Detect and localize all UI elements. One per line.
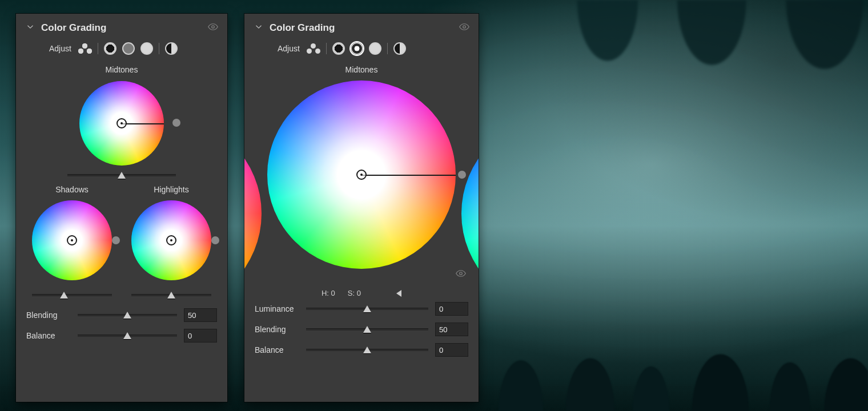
panel-title: Color Grading: [270, 22, 335, 34]
svg-point-0: [212, 26, 215, 29]
balance-label: Balance: [255, 345, 299, 354]
adjust-label: Adjust: [49, 44, 71, 53]
blending-slider[interactable]: [78, 311, 177, 319]
midtones-label: Midtones: [244, 65, 479, 74]
chevron-down-icon[interactable]: [254, 22, 264, 34]
blending-row: Blending 50: [244, 319, 479, 340]
collapse-arrow-icon[interactable]: [396, 290, 401, 297]
hue-sat-readout: H: 0 S: 0: [244, 289, 479, 297]
midtones-mode-button[interactable]: [122, 42, 135, 55]
luminance-value[interactable]: 0: [435, 302, 468, 316]
midtones-mode-button[interactable]: [351, 42, 363, 55]
wheel-indicator-line: [122, 123, 164, 124]
balance-label: Balance: [26, 331, 71, 340]
hue-rotation-handle[interactable]: [112, 236, 120, 244]
highlights-label: Highlights: [154, 185, 188, 194]
adjust-label: Adjust: [278, 44, 300, 53]
shadows-color-wheel[interactable]: [32, 200, 112, 280]
midtones-color-wheel[interactable]: [79, 81, 164, 166]
three-way-icon[interactable]: [78, 43, 92, 54]
highlights-luminance-slider[interactable]: [131, 291, 211, 299]
luminance-slider[interactable]: [306, 305, 428, 313]
hue-rotation-handle[interactable]: [211, 236, 219, 244]
eye-icon[interactable]: [459, 22, 469, 34]
color-grading-panel-three-way: Color Grading Adjust Midtones Shadows Hi…: [16, 14, 227, 402]
midtones-color-wheel[interactable]: [267, 80, 456, 269]
hue-rotation-handle[interactable]: [458, 171, 466, 179]
shadows-mode-button[interactable]: [332, 42, 345, 55]
separator: [387, 43, 388, 54]
blending-slider[interactable]: [306, 325, 428, 333]
balance-row: Balance 0: [244, 340, 479, 360]
balance-slider[interactable]: [306, 346, 428, 354]
luminance-label: Luminance: [255, 304, 299, 313]
color-grading-panel-single: Color Grading Adjust Midtones H: 0 S: 0 …: [244, 14, 479, 402]
separator: [159, 43, 159, 54]
chevron-down-icon[interactable]: [25, 22, 35, 34]
wheel-center-handle[interactable]: [166, 235, 176, 245]
blending-row: Blending 50: [16, 305, 227, 325]
wheel-center-handle[interactable]: [116, 118, 127, 128]
luminance-row: Luminance 0: [244, 299, 479, 319]
shadows-luminance-slider[interactable]: [32, 291, 112, 299]
midtones-luminance-slider[interactable]: [67, 171, 176, 179]
balance-value[interactable]: 0: [184, 329, 217, 342]
sat-label: S:: [348, 289, 355, 297]
global-mode-button[interactable]: [393, 42, 406, 55]
shadows-label: Shadows: [55, 185, 89, 194]
hue-value[interactable]: 0: [331, 289, 335, 297]
eye-icon[interactable]: [456, 268, 466, 281]
balance-value[interactable]: 0: [435, 343, 468, 357]
svg-point-2: [460, 272, 463, 275]
highlights-mode-button[interactable]: [369, 42, 381, 55]
hue-rotation-handle[interactable]: [172, 119, 180, 127]
three-way-icon[interactable]: [307, 43, 320, 54]
panel-title: Color Grading: [41, 22, 106, 34]
midtones-wheel-wrap: [16, 78, 227, 169]
blending-label: Blending: [26, 311, 71, 320]
midtones-label: Midtones: [16, 65, 227, 74]
shadows-mode-button[interactable]: [104, 42, 116, 55]
wheel-center-handle[interactable]: [356, 170, 367, 180]
hue-label: H:: [322, 289, 329, 297]
midtones-wheel-wrap: [244, 78, 479, 272]
blending-value[interactable]: 50: [435, 323, 468, 336]
blending-label: Blending: [255, 325, 299, 334]
adjust-mode-row: Adjust: [244, 38, 479, 59]
separator: [326, 43, 327, 54]
highlights-color-wheel[interactable]: [131, 200, 211, 280]
balance-slider[interactable]: [78, 332, 177, 340]
separator: [98, 43, 98, 54]
adjust-mode-row: Adjust: [16, 38, 227, 59]
eye-icon[interactable]: [208, 22, 218, 34]
svg-point-1: [463, 26, 466, 29]
highlights-mode-button[interactable]: [140, 42, 153, 55]
sat-value[interactable]: 0: [357, 289, 361, 297]
blending-value[interactable]: 50: [184, 308, 217, 322]
wheel-indicator-line: [361, 175, 456, 176]
balance-row: Balance 0: [16, 325, 227, 346]
wheel-center-handle[interactable]: [67, 235, 77, 245]
global-mode-button[interactable]: [165, 42, 178, 55]
